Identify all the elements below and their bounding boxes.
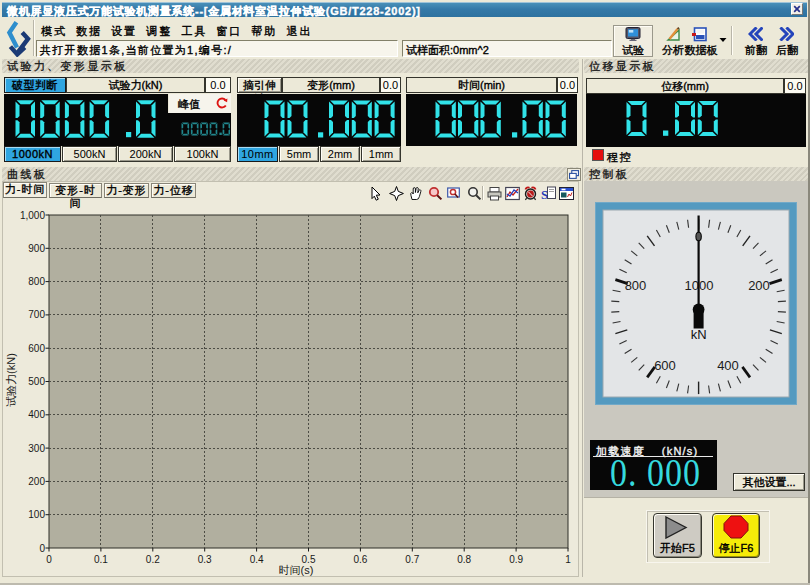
svg-text:800: 800: [625, 278, 647, 293]
svg-text:kN: kN: [691, 327, 707, 342]
svg-text:400: 400: [717, 358, 739, 373]
svg-text:200: 200: [748, 278, 770, 293]
svg-text:600: 600: [654, 358, 676, 373]
